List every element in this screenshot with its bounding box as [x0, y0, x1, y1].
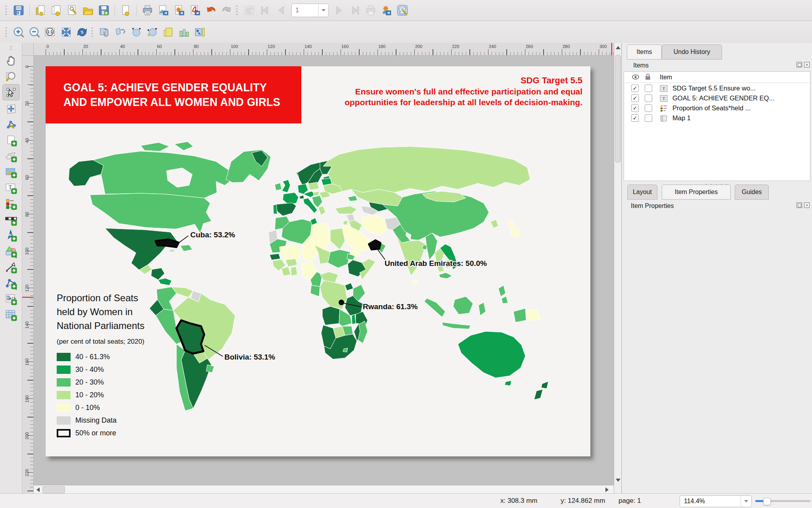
print-atlas-button[interactable]	[363, 2, 379, 18]
align-items-button[interactable]	[160, 24, 176, 40]
atlas-page-value[interactable]: 1	[292, 7, 318, 14]
uae-label[interactable]: United Arab Emirates: 50.0%	[385, 259, 487, 267]
atlas-first-feature-button[interactable]	[257, 2, 273, 18]
rwanda-label[interactable]: Rwanda: 61.3%	[363, 302, 417, 311]
horizontal-scrollbar-thumb[interactable]	[42, 486, 65, 493]
edit-nodes-item-tool[interactable]	[3, 117, 19, 132]
add-scalebar-tool[interactable]	[3, 212, 19, 227]
float-panel-icon[interactable]	[797, 62, 802, 67]
tab-undo-history[interactable]: Undo History	[662, 44, 722, 60]
ungroup-items-button[interactable]	[113, 24, 128, 40]
scroll-down-arrow[interactable]	[616, 479, 620, 482]
scroll-up-arrow[interactable]	[616, 46, 620, 49]
atlas-last-feature-button[interactable]	[347, 2, 363, 18]
redo-button[interactable]	[219, 2, 235, 18]
zoom-full-extent-button[interactable]	[58, 24, 74, 40]
bolivia-label[interactable]: Bolivia: 53.1%	[224, 353, 275, 361]
map-legend[interactable]: Proportion of Seats held by Women in Nat…	[57, 291, 188, 439]
vertical-scrollbar-thumb[interactable]	[615, 55, 621, 163]
visibility-checkbox[interactable]: ✓	[631, 114, 639, 122]
visibility-checkbox[interactable]: ✓	[631, 94, 639, 102]
sdg-target-text[interactable]: SDG Target 5.5 Ensure women's full and e…	[269, 75, 582, 108]
lock-checkbox[interactable]	[645, 104, 652, 112]
layout-manager-button[interactable]	[64, 2, 80, 18]
export-svg-button[interactable]	[171, 2, 187, 18]
visibility-checkbox[interactable]: ✓	[631, 85, 639, 92]
zoom-out-button[interactable]	[27, 24, 42, 40]
zoom-actual-size-button[interactable]: 1:1	[42, 24, 58, 40]
resize-items-button[interactable]	[192, 24, 208, 40]
add-html-tool[interactable]: </>	[3, 291, 19, 307]
toolbar-drag-handle[interactable]	[5, 27, 8, 38]
horizontal-scrollbar[interactable]	[34, 485, 614, 493]
zoom-level-combobox[interactable]: 114.4%	[680, 495, 752, 507]
cuba-label[interactable]: Cuba: 53.2%	[190, 231, 235, 239]
toolbar-drag-handle[interactable]	[10, 45, 12, 51]
close-panel-icon[interactable]: ×	[804, 202, 810, 208]
atlas-preview-button[interactable]	[241, 2, 257, 18]
export-pdf-button[interactable]	[187, 2, 203, 18]
atlas-settings-button[interactable]	[395, 2, 410, 18]
items-list[interactable]: Item ✓ T SDG Target 5.5 Ensure wo... ✓ T…	[624, 71, 810, 181]
distribute-items-button[interactable]	[176, 24, 192, 40]
add-arrow-tool[interactable]	[3, 260, 19, 275]
move-item-content-tool[interactable]	[3, 101, 19, 116]
scroll-right-arrow[interactable]	[605, 487, 609, 492]
group-items-button[interactable]	[97, 24, 113, 40]
tab-item-properties[interactable]: Item Properties	[662, 185, 731, 200]
lock-checkbox[interactable]	[645, 85, 652, 92]
atlas-page-dropdown[interactable]	[318, 4, 328, 17]
zoom-dropdown-arrow[interactable]	[741, 496, 751, 507]
new-layout-button[interactable]	[33, 2, 48, 18]
duplicate-layout-button[interactable]	[48, 2, 64, 18]
select-move-item-tool[interactable]	[2, 84, 20, 100]
goal5-banner[interactable]: GOAL 5: ACHIEVE GENDER EQUALITY AND EMPO…	[46, 66, 301, 123]
save-project-button[interactable]	[11, 2, 27, 18]
add-pages-button[interactable]	[118, 2, 134, 18]
atlas-previous-feature-button[interactable]	[273, 2, 289, 18]
zoom-level-value[interactable]: 114.4%	[680, 498, 741, 505]
layout-canvas[interactable]: Cuba: 53.2% United Arab Emirates: 50.0% …	[34, 56, 614, 493]
atlas-next-feature-button[interactable]	[331, 2, 347, 18]
item-row-sdg-label[interactable]: ✓ T SDG Target 5.5 Ensure wo...	[624, 83, 810, 93]
export-atlas-button[interactable]	[379, 2, 395, 18]
add-label-tool[interactable]: T	[3, 180, 19, 196]
item-row-legend[interactable]: ✓ Proportion of Seats*held ...	[624, 103, 810, 113]
tab-layout[interactable]: Layout	[627, 185, 657, 200]
add-attribute-table-tool[interactable]	[3, 307, 19, 323]
pan-tool[interactable]	[3, 52, 19, 68]
scroll-left-arrow[interactable]	[36, 487, 40, 492]
add-shape-tool[interactable]	[3, 244, 19, 259]
raise-items-button[interactable]	[128, 24, 144, 40]
tab-guides[interactable]: Guides	[735, 185, 769, 200]
load-template-button[interactable]	[80, 2, 96, 18]
undo-button[interactable]	[203, 2, 219, 18]
close-panel-icon[interactable]: ×	[804, 62, 810, 67]
save-template-button[interactable]	[96, 2, 112, 18]
atlas-page-spinbox[interactable]: 1	[291, 4, 329, 17]
lock-checkbox[interactable]	[645, 94, 652, 102]
add-legend-tool[interactable]	[3, 196, 19, 212]
zoom-tool[interactable]	[3, 68, 19, 84]
visibility-checkbox[interactable]: ✓	[631, 104, 639, 112]
zoom-in-button[interactable]	[11, 24, 27, 40]
item-row-map1[interactable]: ✓ Map 1	[624, 113, 810, 123]
tab-items[interactable]: Items	[627, 44, 662, 60]
lock-checkbox[interactable]	[645, 114, 652, 122]
item-row-goal5-label[interactable]: ✓ T GOAL 5: ACHIEVE GENDER EQ...	[624, 93, 810, 103]
add-page-tool[interactable]	[3, 133, 19, 148]
lower-items-button[interactable]	[144, 24, 160, 40]
export-image-button[interactable]	[155, 2, 171, 18]
add-node-item-tool[interactable]	[3, 275, 19, 291]
zoom-slider-handle[interactable]	[763, 498, 771, 505]
add-map-tool[interactable]	[3, 148, 19, 164]
add-north-arrow-tool[interactable]: N	[3, 228, 19, 243]
add-picture-tool[interactable]	[3, 164, 19, 180]
float-panel-icon[interactable]	[797, 202, 802, 208]
toolbar-drag-handle[interactable]	[5, 5, 8, 16]
zoom-slider[interactable]	[755, 500, 810, 502]
layout-page[interactable]: Cuba: 53.2% United Arab Emirates: 50.0% …	[46, 66, 590, 456]
print-layout-button[interactable]	[140, 2, 155, 18]
refresh-view-button[interactable]	[74, 24, 90, 40]
vertical-scrollbar[interactable]	[614, 43, 621, 493]
